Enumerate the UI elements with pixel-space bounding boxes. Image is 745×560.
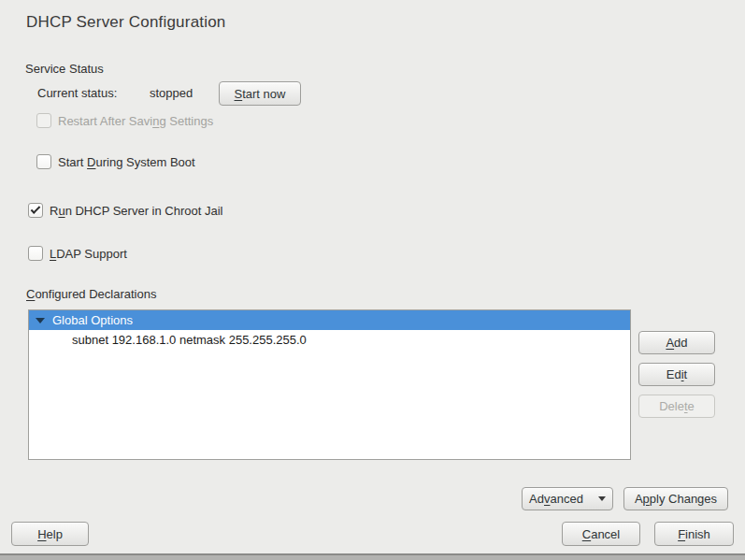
help-button[interactable]: Help bbox=[11, 522, 89, 546]
cancel-button[interactable]: Cancel bbox=[562, 522, 640, 546]
chroot-jail-checkbox-label: Run DHCP Server in Chroot Jail bbox=[50, 204, 222, 218]
edit-button[interactable]: Edit bbox=[638, 363, 715, 386]
configured-declarations-label: Configured Declarations bbox=[26, 287, 156, 301]
ldap-support-checkbox: LDAP Support bbox=[28, 245, 127, 262]
declarations-tree: Global Options subnet 192.168.1.0 netmas… bbox=[28, 309, 631, 460]
expander-down-icon[interactable] bbox=[36, 318, 45, 323]
current-status-value: stopped bbox=[150, 86, 193, 100]
chroot-jail-checkbox-box[interactable] bbox=[28, 203, 43, 218]
window-bottom-edge bbox=[0, 553, 745, 560]
finish-button[interactable]: Finish bbox=[654, 522, 734, 546]
apply-changes-button[interactable]: Apply Changes bbox=[623, 487, 728, 510]
service-status-section-label: Service Status bbox=[25, 62, 104, 76]
restart-after-saving-checkbox-box[interactable] bbox=[36, 113, 51, 128]
restart-after-saving-checkbox-label: Restart After Saving Settings bbox=[58, 114, 213, 128]
dhcp-server-configuration-dialog: DHCP Server Configuration Service Status… bbox=[0, 0, 745, 560]
add-button[interactable]: Add bbox=[638, 331, 715, 354]
delete-button[interactable]: Delete bbox=[638, 395, 715, 418]
current-status-label: Current status: bbox=[37, 86, 117, 100]
start-during-boot-checkbox: Start During System Boot bbox=[36, 153, 195, 170]
page-title: DHCP Server Configuration bbox=[26, 13, 226, 32]
start-during-boot-checkbox-box[interactable] bbox=[36, 154, 51, 169]
start-now-button[interactable]: Start now bbox=[219, 81, 301, 106]
tree-row-subnet[interactable]: subnet 192.168.1.0 netmask 255.255.255.0 bbox=[29, 330, 630, 350]
tree-row-label: Global Options bbox=[52, 313, 133, 327]
start-during-boot-checkbox-label: Start During System Boot bbox=[58, 155, 195, 169]
restart-after-saving-checkbox: Restart After Saving Settings bbox=[36, 112, 213, 129]
tree-row-label: subnet 192.168.1.0 netmask 255.255.255.0 bbox=[72, 333, 307, 347]
tree-row-global-options[interactable]: Global Options bbox=[29, 310, 630, 330]
advanced-dropdown-button[interactable]: Advanced bbox=[522, 487, 613, 510]
ldap-support-checkbox-box[interactable] bbox=[28, 246, 43, 261]
chroot-jail-checkbox: Run DHCP Server in Chroot Jail bbox=[28, 202, 222, 219]
ldap-support-checkbox-label: LDAP Support bbox=[50, 247, 127, 261]
check-icon bbox=[31, 204, 41, 214]
chevron-down-icon bbox=[598, 496, 606, 501]
